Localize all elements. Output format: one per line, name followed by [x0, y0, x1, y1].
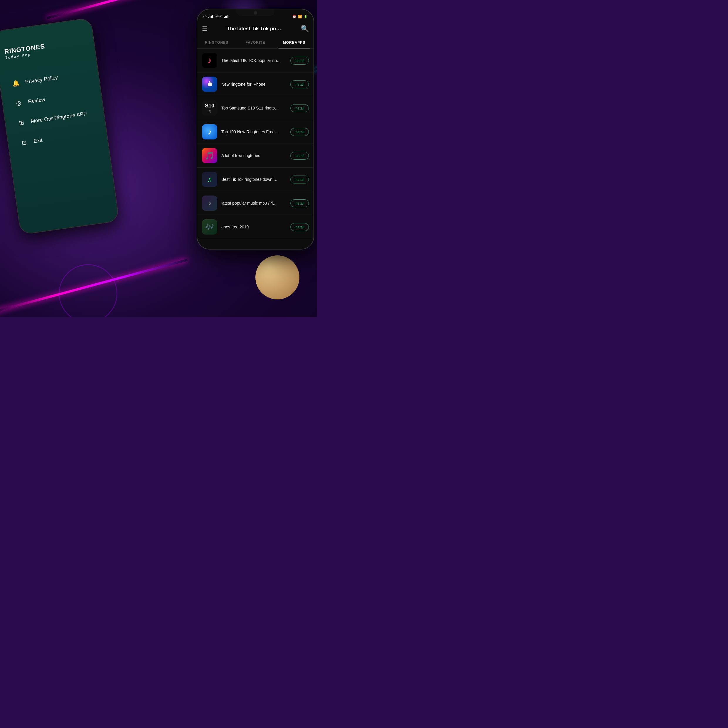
tab-ringtones[interactable]: RINGTONES	[197, 37, 236, 49]
app-icon-free: 🎵	[202, 148, 217, 163]
app-icon-6: ♬	[202, 172, 217, 187]
app-name-6: Best Tik Tok ringtones downl…	[221, 177, 286, 182]
s10-text: S10	[205, 103, 214, 109]
front-phone-tabs: RINGTONES FAVORITE MOREAPPS	[197, 37, 314, 49]
install-button-8[interactable]: install	[290, 223, 309, 231]
list-item: ♬ Best Tik Tok ringtones downl… install	[197, 168, 314, 191]
battery-icon-front: 🔋	[304, 15, 307, 18]
list-item: ♪ Top 100 New Ringtones Free… install	[197, 120, 314, 144]
drawer-menu: 🔔 Privacy Policy ◎ Review ⊞ More Our Rin…	[5, 62, 108, 154]
tiktok-logo: ♪	[208, 55, 212, 66]
bg-circle-decoration	[255, 255, 300, 300]
list-item: ♪ latest popular music mp3 / ri… install	[197, 191, 314, 215]
generic-icon-6: ♬	[207, 175, 212, 184]
install-button-3[interactable]: install	[290, 104, 309, 112]
app-icon-s10: S10 ♫	[202, 100, 217, 116]
bell-icon: 🔔	[11, 79, 21, 87]
phone-front: 4G 4GHD 17:14 ⏰ 📶 🔋	[197, 9, 314, 249]
front-status-right: ⏰ 📶 🔋	[292, 15, 307, 18]
app-name-tiktok: The latest TIK TOK popular rin…	[221, 58, 286, 63]
list-item: 🎶 ones free 2019 install	[197, 215, 314, 239]
app-name-7: latest popular music mp3 / ri…	[221, 201, 286, 205]
camera-dot	[254, 11, 257, 15]
music-note-icon: ♪	[208, 127, 212, 136]
hamburger-icon[interactable]: ☰	[202, 25, 207, 32]
svg-point-1	[209, 81, 210, 83]
front-header-title: The latest Tik Tok po…	[211, 26, 297, 32]
drawer-more-label: More Our Ringtone APP	[30, 110, 87, 124]
apple-logo	[205, 80, 214, 89]
drawer-privacy-label: Privacy Policy	[25, 74, 58, 85]
app-icon-7: ♪	[202, 196, 217, 211]
signal-indicators: 4G 4GHD	[203, 15, 228, 18]
exit-icon: ⊡	[20, 139, 29, 147]
alarm-icon-front: ⏰	[292, 15, 297, 18]
drawer-logo: RINGTONES Today Pop	[4, 43, 46, 60]
generic-icon-7: ♪	[208, 199, 211, 207]
drawer-review-label: Review	[28, 96, 46, 105]
tab-favorite[interactable]: FAVORITE	[236, 37, 275, 49]
front-phone-header: ☰ The latest Tik Tok po… 🔍	[197, 21, 314, 37]
signal-bar-8	[228, 15, 228, 18]
list-item: 🎵 A lot of free ringtones install	[197, 144, 314, 168]
signal-bar-5	[224, 17, 225, 18]
signal-text: 4G	[203, 15, 206, 18]
review-icon: ◎	[14, 99, 23, 107]
signal-bar-6	[225, 16, 226, 18]
signal-bar-1	[208, 17, 209, 18]
list-item: New ringtone for iPhone install	[197, 72, 314, 96]
install-button-6[interactable]: install	[290, 176, 309, 184]
app-icon-music: ♪	[202, 124, 217, 139]
app-name-music: Top 100 New Ringtones Free…	[221, 130, 286, 134]
list-item: S10 ♫ Top Samsung S10 S11 ringto… instal…	[197, 96, 314, 120]
s10-note-icon: ♫	[208, 109, 211, 113]
signal-bar-3	[211, 15, 212, 18]
app-name-iphone: New ringtone for iPhone	[221, 82, 286, 87]
list-item: ♪ The latest TIK TOK popular rin… instal…	[197, 49, 314, 72]
app-name-s10: Top Samsung S10 S11 ringto…	[221, 106, 286, 110]
app-icon-8: 🎶	[202, 219, 217, 234]
signal-text-2: 4GHD	[215, 15, 222, 18]
free-note-icon: 🎵	[205, 151, 214, 160]
generic-icon-8: 🎶	[205, 223, 214, 231]
front-phone-notch	[236, 9, 274, 16]
app-name-8: ones free 2019	[221, 225, 286, 229]
install-button-5[interactable]: install	[290, 152, 309, 160]
app-icon-tiktok: ♪	[202, 53, 217, 68]
signal-bar-2	[210, 16, 211, 18]
install-button-2[interactable]: install	[290, 80, 309, 88]
install-button-4[interactable]: install	[290, 128, 309, 136]
install-button-7[interactable]: install	[290, 199, 309, 207]
signal-bar-4	[212, 15, 213, 18]
tab-moreapps[interactable]: MOREAPPS	[275, 37, 314, 49]
wifi-icon-front: 📶	[298, 15, 302, 18]
install-button-1[interactable]: install	[290, 57, 309, 64]
front-search-icon[interactable]: 🔍	[301, 25, 309, 32]
grid-icon: ⊞	[17, 119, 26, 127]
front-phone-list: ♪ The latest TIK TOK popular rin… instal…	[197, 49, 314, 249]
drawer-exit-label: Exit	[33, 137, 43, 144]
app-icon-iphone	[202, 76, 217, 92]
app-name-free: A lot of free ringtones	[221, 153, 286, 158]
signal-bar-7	[226, 15, 227, 18]
